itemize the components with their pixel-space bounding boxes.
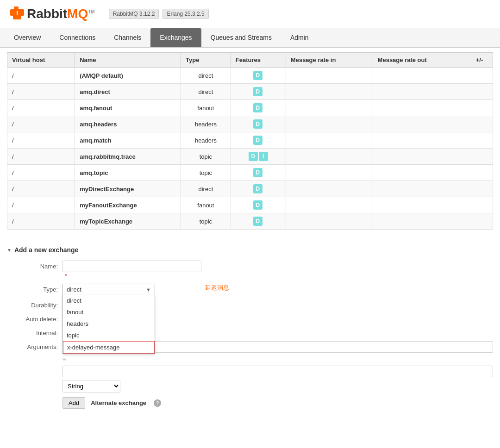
cell-vhost: /: [7, 181, 75, 197]
col-plus-minus[interactable]: +/-: [466, 53, 493, 68]
cell-name[interactable]: (AMQP default): [75, 68, 181, 84]
cell-vhost: /: [7, 84, 75, 100]
cell-name[interactable]: amq.match: [75, 132, 181, 149]
auto-delete-label: Auto delete:: [7, 313, 62, 323]
cell-name[interactable]: myFanoutExchange: [75, 197, 181, 213]
cell-features: D: [231, 100, 286, 116]
cell-rate-out: [373, 149, 466, 165]
cell-plus-minus: [466, 165, 493, 181]
table-row[interactable]: /amq.fanoutfanoutD: [7, 100, 493, 116]
cell-features: D: [231, 165, 286, 181]
cell-type: direct: [181, 181, 231, 197]
cell-features: D: [231, 197, 286, 213]
cell-rate-in: [286, 197, 373, 213]
internal-label: Internal:: [7, 327, 62, 336]
type-row: Type: direct ▼ direct fanout headers top…: [7, 284, 493, 295]
cell-vhost: /: [7, 213, 75, 230]
table-row[interactable]: /(AMQP default)directD: [7, 68, 493, 84]
type-selected-value: direct: [67, 286, 81, 293]
args-type-select[interactable]: StringIntegerDoubleFloatLongSigned 32-bi…: [62, 380, 120, 392]
cell-plus-minus: [466, 132, 493, 149]
nav-item-exchanges[interactable]: Exchanges: [150, 28, 201, 47]
cell-type: topic: [181, 213, 231, 230]
cell-rate-out: [373, 213, 466, 230]
cell-name[interactable]: amq.direct: [75, 84, 181, 100]
table-row[interactable]: /myTopicExchangetopicD: [7, 213, 493, 230]
cell-name[interactable]: amq.rabbitmq.trace: [75, 149, 181, 165]
table-row[interactable]: /amq.headersheadersD: [7, 116, 493, 132]
cell-name[interactable]: amq.topic: [75, 165, 181, 181]
type-dropdown-container: direct ▼ direct fanout headers topic x-d…: [62, 284, 155, 295]
name-label: Name:: [7, 261, 62, 270]
cell-plus-minus: [466, 100, 493, 116]
option-direct[interactable]: direct: [63, 295, 155, 306]
nav-item-connections[interactable]: Connections: [50, 28, 105, 47]
cell-rate-in: [286, 100, 373, 116]
name-input[interactable]: [62, 261, 201, 272]
cell-plus-minus: [466, 181, 493, 197]
cell-name[interactable]: myTopicExchange: [75, 213, 181, 230]
table-row[interactable]: /amq.rabbitmq.tracetopicDI: [7, 149, 493, 165]
cell-vhost: /: [7, 68, 75, 84]
option-headers[interactable]: headers: [63, 318, 155, 330]
type-select[interactable]: direct ▼: [62, 284, 155, 295]
header: RabbitMQTM RabbitMQ 3.12.2 Erlang 25.3.2…: [0, 0, 500, 28]
logo-mq: MQ: [67, 6, 88, 21]
add-exchange-section: ▼ Add a new exchange Name: * Type: direc…: [7, 239, 493, 409]
alt-exchange-help-icon[interactable]: ?: [154, 399, 161, 407]
cell-type: fanout: [181, 100, 231, 116]
durability-label: Durability:: [7, 299, 62, 309]
cell-features: D: [231, 213, 286, 230]
type-label: Type:: [7, 284, 62, 293]
rabbitmq-logo-icon: [9, 6, 26, 22]
table-row[interactable]: /myDirectExchangedirectD: [7, 181, 493, 197]
cell-name[interactable]: amq.headers: [75, 116, 181, 132]
add-exchange-toggle[interactable]: ▼ Add a new exchange: [7, 246, 493, 254]
cell-name[interactable]: myDirectExchange: [75, 181, 181, 197]
name-row: Name: *: [7, 261, 493, 279]
cell-vhost: /: [7, 132, 75, 149]
version-badges: RabbitMQ 3.12.2 Erlang 25.3.2.5: [109, 9, 209, 19]
cell-vhost: /: [7, 165, 75, 181]
add-button[interactable]: Add: [62, 397, 85, 409]
nav-item-admin[interactable]: Admin: [281, 28, 318, 47]
option-fanout[interactable]: fanout: [63, 306, 155, 318]
logo-rabbit: Rabbit: [27, 6, 67, 21]
cell-features: D: [231, 181, 286, 197]
arguments-label: Arguments:: [7, 341, 62, 350]
logo-tm: TM: [88, 9, 94, 14]
cell-rate-out: [373, 84, 466, 100]
args-value-input[interactable]: [62, 366, 493, 377]
dropdown-arrow-icon: ▼: [146, 287, 151, 292]
cell-rate-in: [286, 116, 373, 132]
cell-rate-in: [286, 149, 373, 165]
table-row[interactable]: /amq.topictopicD: [7, 165, 493, 181]
nav-item-queues[interactable]: Queues and Streams: [201, 28, 281, 47]
cell-features: D: [231, 116, 286, 132]
nav-item-overview[interactable]: Overview: [5, 28, 50, 47]
table-row[interactable]: /myFanoutExchangefanoutD: [7, 197, 493, 213]
option-topic[interactable]: topic: [63, 330, 155, 341]
svg-rect-1: [18, 9, 24, 16]
type-control: direct ▼ direct fanout headers topic x-d…: [62, 284, 201, 295]
cell-type: headers: [181, 116, 231, 132]
col-rate-out: Message rate out: [373, 53, 466, 68]
cell-vhost: /: [7, 116, 75, 132]
cell-vhost: /: [7, 149, 75, 165]
nav-item-channels[interactable]: Channels: [105, 28, 150, 47]
cell-type: topic: [181, 165, 231, 181]
table-row[interactable]: /amq.directdirectD: [7, 84, 493, 100]
cell-rate-in: [286, 68, 373, 84]
logo: RabbitMQTM: [9, 6, 95, 22]
cell-type: direct: [181, 68, 231, 84]
col-rate-in: Message rate in: [286, 53, 373, 68]
rabbitmq-version: RabbitMQ 3.12.2: [109, 9, 159, 19]
col-type: Type: [181, 53, 231, 68]
cell-name[interactable]: amq.fanout: [75, 100, 181, 116]
table-row[interactable]: /amq.matchheadersD: [7, 132, 493, 149]
option-x-delayed-message[interactable]: x-delayed-message: [63, 341, 155, 354]
alternate-exchange-link[interactable]: Alternate exchange: [91, 399, 146, 406]
content: Virtual host Name Type Features Message …: [0, 48, 500, 413]
required-star: *: [65, 272, 67, 279]
cell-rate-in: [286, 132, 373, 149]
